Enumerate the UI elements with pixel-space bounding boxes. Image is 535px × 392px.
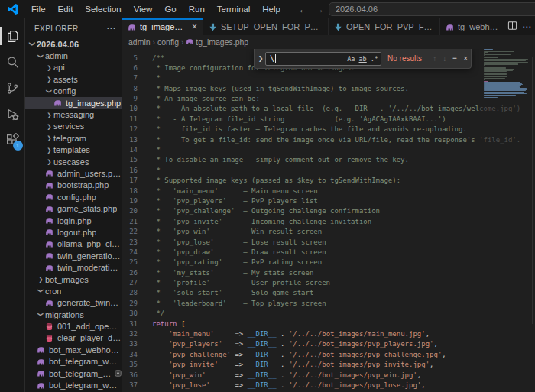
code-line-36[interactable]: 36 'pvp_win' => __DIR__ . '/../../bot_im…: [122, 371, 535, 381]
tree-folder-api[interactable]: ❯api: [25, 62, 122, 73]
code-line-20[interactable]: 20 * 'pvp_challenge' — Outgoing challeng…: [122, 206, 535, 216]
tree-file-bot-telegram-webhoo-[interactable]: bot_telegram_webhoo...: [25, 379, 122, 390]
breadcrumb-file[interactable]: tg_images.php: [196, 37, 248, 47]
code-editor[interactable]: 5/**6 * Image configuration for Telegram…: [122, 49, 535, 392]
code-line-25[interactable]: 25 * 'pvp_rating' — PvP rating screen: [122, 258, 535, 267]
code-line-37[interactable]: 37 'pvp_lose' => __DIR__ . '/../../bot_i…: [122, 381, 535, 390]
tree-folder-services[interactable]: ❯services: [25, 121, 122, 132]
tab-tg-webhook-t[interactable]: tg_webhook_t: [440, 18, 507, 35]
extensions-icon[interactable]: 1: [0, 127, 25, 153]
tab-tg-images-php[interactable]: tg_images.php×: [122, 18, 203, 35]
toggle-replace-icon[interactable]: ❯: [256, 55, 265, 62]
tree-file-bootstrap-php[interactable]: bootstrap.php: [25, 180, 122, 191]
menu-view[interactable]: View: [128, 0, 159, 18]
code-line-12[interactable]: 12 * file_id is faster — Telegram caches…: [122, 125, 535, 134]
tree-file-logout-php[interactable]: logout.php: [25, 226, 122, 238]
code-line-27[interactable]: 27 * 'profile' — User profile screen: [122, 278, 535, 288]
code-line-34[interactable]: 34 'pvp_challenge' => __DIR__ . '/../../…: [122, 350, 535, 360]
code-line-29[interactable]: 29 * 'leaderboard' — Top players screen: [122, 299, 535, 309]
code-line-13[interactable]: 13 * To get a file_id: send the image on…: [122, 135, 535, 145]
tab-setup-open-for-pvp-md[interactable]: SETUP_OPEN_FOR_PVP.md: [203, 18, 329, 35]
tree-file-bot-telegram-webhoo-[interactable]: bot_telegram_webhoo...: [25, 356, 122, 368]
find-next-icon[interactable]: ↓: [443, 54, 446, 63]
close-icon[interactable]: ×: [192, 22, 197, 31]
run-debug-icon[interactable]: [0, 101, 25, 127]
more-actions-icon[interactable]: ⋯: [522, 21, 531, 32]
tree-folder-2026-04-06[interactable]: ❯2026.04.06: [25, 38, 122, 50]
tree-file-twin-generation-php[interactable]: twin_generation.php: [25, 250, 122, 261]
code-line-17[interactable]: 17 * Supported image keys (passed as $ke…: [122, 176, 535, 186]
tree-folder-migrations[interactable]: ❯migrations: [25, 309, 122, 320]
find-input[interactable]: \ Aa ab .*: [265, 52, 381, 66]
tree-file-generate-twins-php[interactable]: generate_twins.php: [25, 297, 122, 309]
code-line-16[interactable]: 16 *: [122, 166, 535, 176]
menu-selection[interactable]: Selection: [79, 0, 127, 18]
code-line-14[interactable]: 14 *: [122, 145, 535, 155]
tab-open-for-pvp-feature-md[interactable]: OPEN_FOR_PVP_FEATURE.md: [329, 18, 440, 35]
tree-file-login-php[interactable]: login.php: [25, 215, 122, 226]
code-line-35[interactable]: 35 'pvp_invite' => __DIR__ . '/../../bot…: [122, 360, 535, 370]
regex-icon[interactable]: .*: [371, 55, 378, 63]
menu-go[interactable]: Go: [158, 0, 182, 18]
code-line-18[interactable]: 18 * 'main_menu' — Main menu screen: [122, 186, 535, 196]
menu-file[interactable]: File: [25, 0, 52, 18]
tree-file-bot-telegram-w-[interactable]: bot_telegram_w...: [25, 368, 122, 379]
menu-run[interactable]: Run: [183, 0, 211, 18]
code-line-31[interactable]: 31return [: [122, 319, 535, 329]
code-line-24[interactable]: 24 * 'pvp_draw' — Draw result screen: [122, 248, 535, 258]
tree-file-game-stats-php[interactable]: game_stats.php: [25, 202, 122, 214]
forward-icon[interactable]: →: [314, 4, 324, 15]
back-icon[interactable]: ←: [298, 4, 308, 15]
find-in-selection-icon[interactable]: ≡: [452, 54, 457, 63]
tree-file-bot-max-webhook-php[interactable]: bot_max_webhook.php: [25, 344, 122, 355]
minimap[interactable]: [484, 49, 533, 392]
code-line-32[interactable]: 32 'main_menu' => __DIR__ . '/../../bot_…: [122, 329, 535, 339]
code-line-15[interactable]: 15 * To disable an image — simply commen…: [122, 155, 535, 165]
close-icon[interactable]: ×: [463, 54, 468, 63]
code-line-11[interactable]: 11 * - A Telegram file_id string (e.g. '…: [122, 115, 535, 125]
code-line-23[interactable]: 23 * 'pvp_lose' — Lose result screen: [122, 238, 535, 248]
tree-file-tg-images-php[interactable]: tg_images.php: [25, 97, 122, 109]
tree-folder-bot-images[interactable]: ❯bot_images: [25, 274, 122, 285]
code-line-10[interactable]: 10 * - An absolute path to a local file …: [122, 104, 535, 114]
code-line-9[interactable]: 9 * An image source can be:: [122, 94, 535, 104]
tree-folder-admin[interactable]: ❯admin: [25, 50, 122, 61]
tree-folder-cron[interactable]: ❯cron: [25, 285, 122, 296]
tree-file-config-php[interactable]: config.php: [25, 191, 122, 202]
code-line-21[interactable]: 21 * 'pvp_invite' — Incoming challenge i…: [122, 217, 535, 227]
explorer-more-icon[interactable]: ⋯: [106, 23, 115, 34]
tree-folder-templates[interactable]: ❯templates: [25, 144, 122, 156]
tree-folder-telegram[interactable]: ❯telegram: [25, 132, 122, 144]
tree-file-twin-moderation-php[interactable]: twin_moderation.php: [25, 261, 122, 273]
code-line-19[interactable]: 19 * 'pvp_players' — PvP players list: [122, 196, 535, 206]
breadcrumb-folder[interactable]: admin: [128, 37, 151, 47]
menu-edit[interactable]: Edit: [52, 0, 79, 18]
split-editor-icon[interactable]: [507, 20, 517, 34]
explorer-icon[interactable]: [0, 23, 25, 49]
tree-file-001-add-open-for-p-[interactable]: 001_add_open_for_p...: [25, 320, 122, 332]
tree-folder-config[interactable]: ❯config: [25, 86, 122, 97]
code-line-8[interactable]: 8 * Maps image keys (used in tgSendWithI…: [122, 84, 535, 94]
code-line-33[interactable]: 33 'pvp_players' => __DIR__ . '/../../bo…: [122, 339, 535, 349]
tree-file-clear-player-data-sql[interactable]: clear_player_data.sql: [25, 332, 122, 344]
tree-folder-usecases[interactable]: ❯usecases: [25, 156, 122, 167]
tree-file-ollama-php-client-php[interactable]: ollama_php_client.php: [25, 238, 122, 250]
breadcrumb-folder[interactable]: config: [157, 37, 179, 47]
whole-word-icon[interactable]: ab: [359, 55, 367, 63]
code-line-30[interactable]: 30 */: [122, 309, 535, 319]
search-icon[interactable]: [0, 49, 25, 75]
code-line-7[interactable]: 7 *: [122, 73, 535, 83]
match-case-icon[interactable]: Aa: [347, 55, 355, 63]
menu-help[interactable]: Help: [256, 0, 287, 18]
menu-terminal[interactable]: Terminal: [211, 0, 256, 18]
code-line-22[interactable]: 22 * 'pvp_win' — Win result screen: [122, 227, 535, 237]
find-previous-icon[interactable]: ↑: [433, 54, 436, 63]
code-line-28[interactable]: 28 * 'solo_start' — Solo game start: [122, 288, 535, 298]
source-control-icon[interactable]: [0, 75, 25, 101]
chevron-right-icon: ❯: [45, 147, 54, 154]
command-center[interactable]: 2026.04.06: [329, 2, 535, 16]
code-line-26[interactable]: 26 * 'my_stats' — My stats screen: [122, 268, 535, 278]
tree-folder-messaging[interactable]: ❯messaging: [25, 109, 122, 120]
tree-folder-assets[interactable]: ❯assets: [25, 73, 122, 85]
tree-file-admin-users-php[interactable]: admin_users.php: [25, 167, 122, 179]
